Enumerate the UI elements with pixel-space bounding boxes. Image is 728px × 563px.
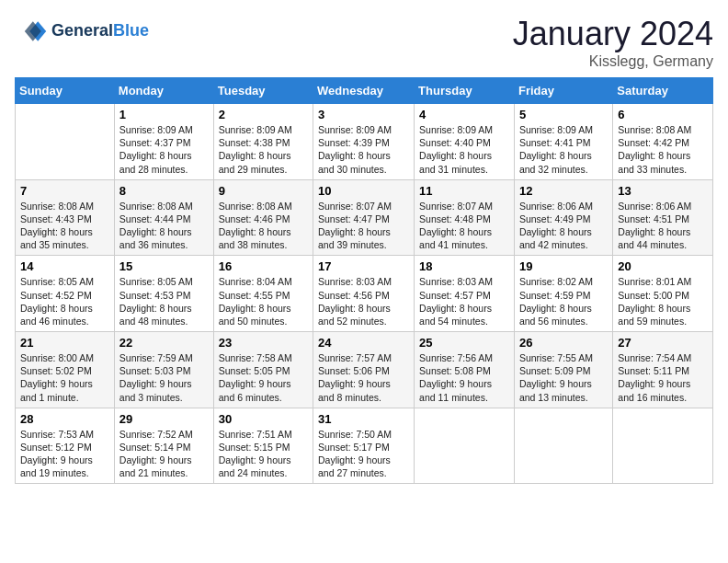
sunrise-text: Sunrise: 8:06 AM	[618, 201, 691, 212]
daylight-text: Daylight: 9 hours and 3 minutes.	[119, 378, 192, 402]
daylight-text: Daylight: 8 hours and 59 minutes.	[618, 303, 690, 327]
calendar-cell: 13 Sunrise: 8:06 AM Sunset: 4:51 PM Dayl…	[613, 179, 713, 256]
calendar-cell: 7 Sunrise: 8:08 AM Sunset: 4:43 PM Dayli…	[16, 179, 115, 256]
day-number: 18	[419, 259, 509, 273]
cell-content: Sunrise: 7:54 AM Sunset: 5:11 PM Dayligh…	[618, 351, 708, 404]
day-number: 6	[618, 108, 708, 121]
day-number: 28	[20, 412, 109, 426]
calendar-body: 1 Sunrise: 8:09 AM Sunset: 4:37 PM Dayli…	[16, 104, 713, 484]
cell-content: Sunrise: 7:59 AM Sunset: 5:03 PM Dayligh…	[119, 351, 209, 404]
sunset-text: Sunset: 4:44 PM	[119, 213, 191, 224]
calendar-cell: 1 Sunrise: 8:09 AM Sunset: 4:37 PM Dayli…	[114, 104, 213, 180]
calendar-cell	[16, 104, 115, 180]
day-number: 24	[318, 336, 409, 350]
sunset-text: Sunset: 4:55 PM	[219, 290, 290, 301]
cell-content: Sunrise: 8:03 AM Sunset: 4:56 PM Dayligh…	[318, 275, 409, 327]
daylight-text: Daylight: 8 hours and 32 minutes.	[519, 150, 592, 174]
calendar-cell: 3 Sunrise: 8:09 AM Sunset: 4:39 PM Dayli…	[313, 104, 415, 180]
cell-content: Sunrise: 8:08 AM Sunset: 4:46 PM Dayligh…	[219, 200, 308, 252]
cell-content: Sunrise: 7:52 AM Sunset: 5:14 PM Dayligh…	[119, 428, 209, 480]
cell-content: Sunrise: 8:09 AM Sunset: 4:40 PM Dayligh…	[419, 123, 509, 176]
day-number: 13	[618, 184, 708, 198]
day-number: 30	[219, 412, 308, 426]
sunset-text: Sunset: 5:11 PM	[618, 365, 689, 376]
daylight-text: Daylight: 8 hours and 52 minutes.	[318, 303, 391, 327]
header-monday: Monday	[114, 78, 213, 104]
sunset-text: Sunset: 4:48 PM	[419, 213, 491, 224]
logo-icon	[15, 15, 48, 48]
day-number: 15	[119, 259, 209, 273]
day-number: 22	[119, 336, 209, 350]
cell-content: Sunrise: 8:03 AM Sunset: 4:57 PM Dayligh…	[419, 275, 509, 327]
day-number: 4	[419, 108, 509, 121]
sunrise-text: Sunrise: 8:03 AM	[318, 276, 392, 287]
cell-content: Sunrise: 7:51 AM Sunset: 5:15 PM Dayligh…	[219, 428, 308, 480]
cell-content: Sunrise: 8:05 AM Sunset: 4:53 PM Dayligh…	[119, 275, 209, 327]
daylight-text: Daylight: 8 hours and 46 minutes.	[20, 303, 93, 327]
cell-content: Sunrise: 7:58 AM Sunset: 5:05 PM Dayligh…	[219, 351, 308, 404]
day-number: 19	[519, 259, 608, 273]
calendar-header: Sunday Monday Tuesday Wednesday Thursday…	[16, 78, 713, 104]
sunset-text: Sunset: 4:46 PM	[219, 213, 290, 224]
sunset-text: Sunset: 4:37 PM	[119, 137, 191, 148]
daylight-text: Daylight: 8 hours and 38 minutes.	[219, 226, 291, 250]
location: Kisslegg, Germany	[513, 53, 713, 70]
day-number: 10	[318, 184, 409, 198]
sunset-text: Sunset: 4:42 PM	[618, 137, 689, 148]
day-number: 1	[119, 108, 209, 121]
sunset-text: Sunset: 5:09 PM	[519, 365, 591, 376]
sunrise-text: Sunrise: 8:08 AM	[219, 201, 292, 212]
cell-content: Sunrise: 8:09 AM Sunset: 4:37 PM Dayligh…	[119, 123, 209, 176]
daylight-text: Daylight: 8 hours and 44 minutes.	[618, 226, 690, 250]
sunrise-text: Sunrise: 8:07 AM	[318, 201, 392, 212]
sunrise-text: Sunrise: 8:08 AM	[20, 201, 94, 212]
daylight-text: Daylight: 8 hours and 42 minutes.	[519, 226, 592, 250]
cell-content: Sunrise: 8:06 AM Sunset: 4:51 PM Dayligh…	[618, 200, 708, 252]
calendar-cell: 9 Sunrise: 8:08 AM Sunset: 4:46 PM Dayli…	[213, 179, 313, 256]
sunrise-text: Sunrise: 7:54 AM	[618, 352, 691, 363]
day-number: 7	[20, 184, 109, 198]
sunrise-text: Sunrise: 8:08 AM	[119, 201, 193, 212]
day-number: 12	[519, 184, 608, 198]
day-number: 17	[318, 259, 409, 273]
sunrise-text: Sunrise: 8:09 AM	[519, 124, 593, 135]
calendar-week-3: 14 Sunrise: 8:05 AM Sunset: 4:52 PM Dayl…	[16, 256, 713, 332]
header-thursday: Thursday	[415, 78, 515, 104]
sunrise-text: Sunrise: 7:52 AM	[119, 429, 193, 440]
page-header: GeneralBlue January 2024 Kisslegg, Germa…	[15, 15, 713, 70]
day-number: 27	[618, 336, 708, 350]
sunset-text: Sunset: 5:03 PM	[119, 365, 191, 376]
sunset-text: Sunset: 5:05 PM	[219, 365, 290, 376]
header-row: Sunday Monday Tuesday Wednesday Thursday…	[16, 78, 713, 104]
sunset-text: Sunset: 5:06 PM	[318, 365, 390, 376]
calendar-cell: 15 Sunrise: 8:05 AM Sunset: 4:53 PM Dayl…	[114, 256, 213, 332]
sunrise-text: Sunrise: 7:56 AM	[419, 352, 493, 363]
calendar-week-5: 28 Sunrise: 7:53 AM Sunset: 5:12 PM Dayl…	[16, 408, 713, 484]
calendar-cell: 14 Sunrise: 8:05 AM Sunset: 4:52 PM Dayl…	[16, 256, 115, 332]
cell-content: Sunrise: 8:02 AM Sunset: 4:59 PM Dayligh…	[519, 275, 608, 327]
daylight-text: Daylight: 8 hours and 48 minutes.	[119, 303, 192, 327]
sunrise-text: Sunrise: 8:03 AM	[419, 276, 493, 287]
calendar-cell: 6 Sunrise: 8:08 AM Sunset: 4:42 PM Dayli…	[613, 104, 713, 180]
daylight-text: Daylight: 8 hours and 28 minutes.	[119, 150, 192, 174]
logo-text-line1: GeneralBlue	[51, 22, 149, 40]
daylight-text: Daylight: 8 hours and 54 minutes.	[419, 303, 492, 327]
day-number: 11	[419, 184, 509, 198]
day-number: 14	[20, 259, 109, 273]
sunset-text: Sunset: 4:47 PM	[318, 213, 390, 224]
sunrise-text: Sunrise: 7:55 AM	[519, 352, 593, 363]
calendar-cell: 20 Sunrise: 8:01 AM Sunset: 5:00 PM Dayl…	[613, 256, 713, 332]
sunset-text: Sunset: 5:12 PM	[20, 442, 92, 453]
sunset-text: Sunset: 5:08 PM	[419, 365, 491, 376]
sunset-text: Sunset: 5:02 PM	[20, 365, 92, 376]
sunrise-text: Sunrise: 8:05 AM	[119, 276, 193, 287]
day-number: 25	[419, 336, 509, 350]
daylight-text: Daylight: 8 hours and 50 minutes.	[219, 303, 291, 327]
sunset-text: Sunset: 4:52 PM	[20, 290, 92, 301]
cell-content: Sunrise: 7:56 AM Sunset: 5:08 PM Dayligh…	[419, 351, 509, 404]
calendar-table: Sunday Monday Tuesday Wednesday Thursday…	[15, 77, 713, 484]
title-block: January 2024 Kisslegg, Germany	[513, 15, 713, 70]
header-saturday: Saturday	[613, 78, 713, 104]
sunset-text: Sunset: 5:15 PM	[219, 442, 290, 453]
calendar-cell	[613, 408, 713, 484]
